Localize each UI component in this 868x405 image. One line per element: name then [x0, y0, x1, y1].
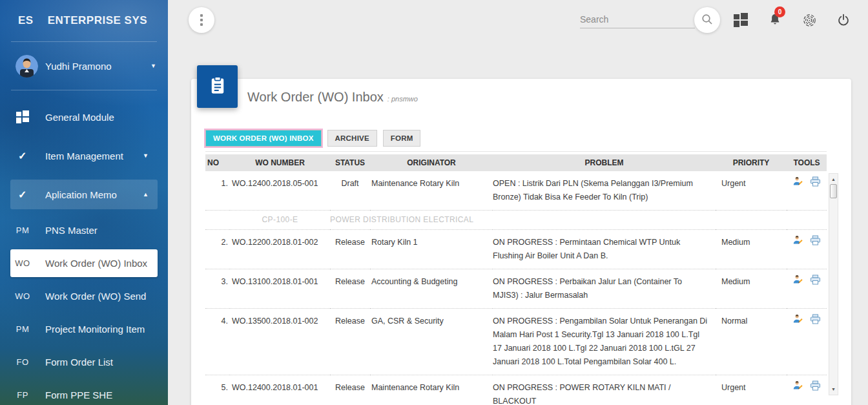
tab-form[interactable]: FORM: [383, 130, 421, 147]
tab-work-order-wo-inbox[interactable]: WORK ORDER (WO) INBOX: [205, 130, 322, 147]
sidebar-item-form-order-list[interactable]: FO Form Order List: [0, 346, 168, 379]
assign-user-icon[interactable]: [792, 314, 803, 329]
notification-badge: 0: [774, 6, 785, 17]
table-row[interactable]: 1. WO.12400.2018.05-001 Draft Maintenanc…: [205, 171, 827, 211]
cell-wo-number: WO.12400.2018.05-001: [230, 171, 330, 211]
column-header-wo-number: WO NUMBER: [230, 154, 330, 171]
cell-no: 1.: [205, 171, 230, 211]
cell-no: 4.: [205, 309, 230, 375]
assign-user-icon[interactable]: [792, 176, 803, 191]
table-body: 1. WO.12400.2018.05-001 Draft Maintenanc…: [205, 171, 827, 405]
assign-user-icon[interactable]: [792, 380, 803, 395]
nav-item-abbr: FP: [0, 390, 45, 400]
page-subtitle: : pnsmwo: [388, 91, 418, 103]
app-root: ES ENTERPRISE SYS Yudhi Pramono ▼ Genera…: [0, 0, 868, 405]
table-scrollbar[interactable]: ▲ ▼: [829, 173, 838, 395]
cell-originator: Maintenance Rotary Kiln: [370, 171, 493, 211]
work-order-table-wrap: NOWO NUMBERSTATUSORIGINATORPROBLEMPRIORI…: [205, 154, 827, 405]
sidebar-item-pns-master[interactable]: PM PNS Master: [0, 214, 168, 247]
column-header-problem: PROBLEM: [493, 154, 716, 171]
sidebar-item-label: PNS Master: [45, 225, 158, 236]
apps-grid-icon[interactable]: [733, 12, 749, 28]
cell-no: 5.: [205, 375, 230, 405]
print-icon[interactable]: [810, 380, 821, 395]
cell-status: Release: [330, 230, 370, 269]
topbar: 0: [168, 0, 868, 40]
sidebar-item-label: Work Order (WO) Send: [45, 291, 158, 302]
brand-title: ENTERPRISE SYS: [48, 14, 147, 27]
sidebar-item-work-order-wo-inbox[interactable]: WO Work Order (WO) Inbox: [0, 247, 168, 280]
module-tile[interactable]: [197, 65, 238, 108]
sidebar-item-label: Item Management: [45, 151, 143, 161]
cell-wo-number: WO.12400.2018.01-001: [230, 375, 330, 405]
cell-tools: [787, 171, 827, 211]
cell-problem: ON PROGRESS : Pengambilan Solar Untuk Pe…: [493, 309, 716, 375]
search-icon: [700, 12, 714, 28]
print-icon[interactable]: [810, 235, 821, 250]
sidebar-item-form-ppe-she[interactable]: FP Form PPE SHE: [0, 379, 168, 405]
assign-user-icon[interactable]: [792, 275, 803, 289]
cell-status: Release: [330, 309, 370, 375]
sidebar-item-aplication-memo[interactable]: ✓ Aplication Memo ▲: [0, 175, 168, 214]
chevron-up-icon: ▲: [143, 191, 149, 198]
column-header-no: NO: [205, 154, 230, 171]
sidebar-item-work-order-wo-send[interactable]: WO Work Order (WO) Send: [0, 280, 168, 313]
cell-no: 3.: [205, 269, 230, 309]
sidebar-item-label: Form PPE SHE: [45, 389, 158, 400]
table-row[interactable]: 3. WO.13100.2018.01-001 Release Accounti…: [205, 269, 827, 309]
sidebar-item-label: Aplication Memo: [45, 189, 143, 200]
brand-initials: ES: [18, 14, 34, 27]
print-icon[interactable]: [810, 314, 821, 329]
tab-strip: WORK ORDER (WO) INBOXARCHIVEFORM: [205, 130, 827, 152]
cell-priority: Medium: [716, 230, 787, 269]
tab-archive[interactable]: ARCHIVE: [327, 130, 377, 147]
nav-item-abbr: PM: [0, 225, 45, 235]
scroll-down-arrow[interactable]: ▼: [829, 385, 838, 393]
cell-tools: [787, 269, 827, 309]
menu-dots-button[interactable]: [189, 7, 214, 33]
content-card: Work Order (WO) Inbox : pnsmwo WORK ORDE…: [191, 79, 851, 405]
sidebar-item-label: Form Order List: [45, 357, 158, 368]
table-row[interactable]: 4. WO.13500.2018.01-002 Release GA, CSR …: [205, 309, 827, 375]
column-header-tools: TOOLS: [787, 154, 827, 171]
sidebar-nav: General Module ✓ Item Management ▼ ✓ Apl…: [0, 98, 168, 405]
power-logout-icon[interactable]: [836, 12, 851, 28]
modules-grid-icon: [0, 110, 45, 123]
sidebar-item-general-module[interactable]: General Module: [0, 98, 168, 136]
table-row[interactable]: 2. WO.12200.2018.01-002 Release Rotary K…: [205, 230, 827, 269]
fingerprint-icon[interactable]: [801, 12, 817, 28]
scrollbar-thumb[interactable]: [830, 184, 837, 198]
sidebar-item-item-management[interactable]: ✓ Item Management ▼: [0, 136, 168, 175]
cell-problem: OPEN : Listrik Dari PLN (Skema Pelanggan…: [493, 171, 716, 211]
page-title: Work Order (WO) Inbox: [247, 90, 384, 105]
cell-wo-number: WO.13100.2018.01-001: [230, 269, 330, 309]
avatar: [16, 55, 38, 78]
sidebar-item-project-monitoring-item[interactable]: PM Project Monitoring Item: [0, 313, 168, 346]
check-icon: ✓: [0, 150, 45, 162]
table-row[interactable]: 5. WO.12400.2018.01-001 Release Maintena…: [205, 375, 827, 405]
cell-tools: [787, 230, 827, 269]
cell-tools: [787, 309, 827, 375]
assign-user-icon[interactable]: [792, 235, 803, 250]
search-button[interactable]: [694, 7, 720, 33]
cell-group-code: CP-100-E: [230, 211, 330, 230]
nav-item-abbr: WO: [0, 258, 45, 268]
chevron-down-icon: ▼: [143, 152, 149, 159]
cell-originator: Accounting & Budgeting: [370, 269, 493, 309]
print-icon[interactable]: [810, 275, 821, 289]
scroll-up-arrow[interactable]: ▲: [829, 175, 838, 183]
table-header-row: NOWO NUMBERSTATUSORIGINATORPROBLEMPRIORI…: [205, 154, 827, 171]
cell-originator: GA, CSR & Security: [370, 309, 493, 375]
cell-originator: Rotary Kiln 1: [370, 230, 493, 269]
cell-priority: Urgent: [716, 171, 787, 211]
print-icon[interactable]: [810, 176, 821, 191]
cell-status: Release: [330, 269, 370, 309]
sidebar: ES ENTERPRISE SYS Yudhi Pramono ▼ Genera…: [0, 0, 168, 405]
column-header-status: STATUS: [330, 154, 370, 171]
cell-problem: ON PROGRESS : Perbaikan Jalur Lan (Conta…: [493, 269, 716, 309]
notifications-bell-icon[interactable]: 0: [767, 12, 783, 27]
nav-item-abbr: PM: [0, 324, 45, 334]
search-input[interactable]: [580, 10, 695, 28]
chevron-down-icon: ▼: [150, 63, 156, 69]
user-menu[interactable]: Yudhi Pramono ▼: [0, 42, 168, 90]
